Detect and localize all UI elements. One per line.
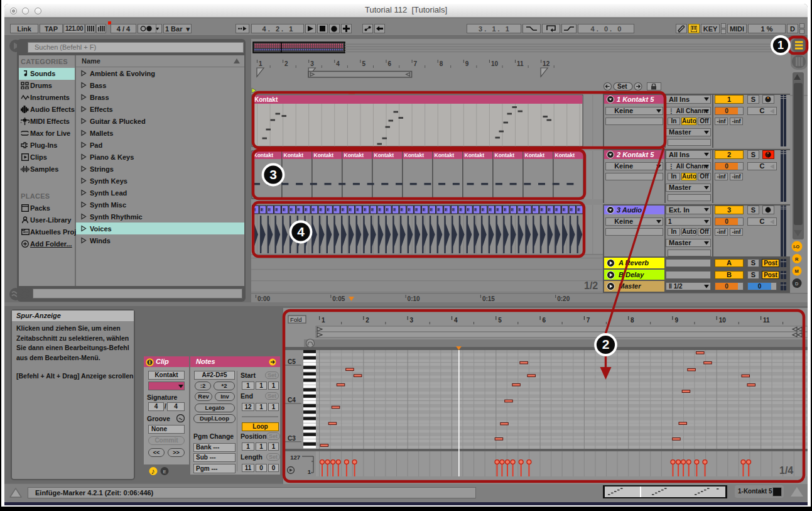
svg-text:E: E: [577, 207, 580, 212]
svg-text:I-O: I-O: [793, 245, 799, 249]
svg-text:E: E: [504, 207, 507, 212]
svg-text:E: E: [489, 207, 492, 212]
svg-text:4: 4: [336, 60, 340, 67]
svg-text:7: 7: [414, 60, 418, 67]
svg-text:E: E: [379, 207, 382, 212]
svg-text:7: 7: [587, 317, 590, 324]
svg-text:E: E: [452, 207, 455, 212]
svg-text:2: 2: [284, 60, 288, 67]
svg-text:♪: ♪: [151, 467, 154, 476]
svg-text:11: 11: [517, 60, 524, 67]
svg-text:E: E: [519, 207, 522, 212]
svg-text:E: E: [371, 207, 374, 212]
svg-text:E: E: [253, 207, 256, 212]
svg-text:E: E: [526, 207, 529, 212]
svg-text:10: 10: [491, 60, 499, 67]
svg-text:E: E: [474, 207, 477, 212]
svg-text:E: E: [496, 207, 499, 212]
svg-text:E: E: [356, 207, 359, 212]
svg-text:10: 10: [719, 317, 727, 324]
svg-text:E: E: [268, 207, 271, 212]
svg-text:E: E: [408, 207, 411, 212]
svg-text:Kontakt: Kontakt: [284, 152, 304, 158]
svg-text:4: 4: [454, 317, 458, 324]
svg-text:Kontakt: Kontakt: [555, 152, 575, 158]
svg-text:5: 5: [362, 60, 365, 67]
svg-text:0:10: 0:10: [408, 295, 420, 302]
svg-text:Kontakt: Kontakt: [314, 152, 334, 158]
svg-text:E: E: [482, 207, 485, 212]
svg-text:Kontakt: Kontakt: [525, 152, 545, 158]
svg-text:9: 9: [465, 60, 469, 67]
svg-text:5: 5: [498, 317, 502, 324]
svg-text:127: 127: [290, 454, 300, 461]
svg-text:Kontakt: Kontakt: [374, 152, 394, 158]
svg-text:E: E: [541, 207, 544, 212]
svg-text:12: 12: [543, 60, 550, 67]
svg-text:Kontakt: Kontakt: [465, 152, 485, 158]
svg-text:1/2: 1/2: [584, 280, 598, 291]
svg-text:E: E: [533, 207, 536, 212]
svg-text:0:20: 0:20: [557, 295, 570, 302]
svg-text:E: E: [275, 207, 278, 212]
svg-text:Kontakt: Kontakt: [435, 152, 455, 158]
svg-text:E: E: [460, 207, 463, 212]
svg-text:C4: C4: [288, 397, 296, 404]
svg-text:Kontakt: Kontakt: [404, 152, 425, 158]
svg-text:Set: Set: [617, 83, 627, 90]
svg-text:E: E: [290, 207, 293, 212]
svg-text:E: E: [445, 207, 448, 212]
svg-text:E: E: [570, 207, 573, 212]
svg-text:Kontakt: Kontakt: [495, 152, 515, 158]
svg-text:E: E: [261, 207, 264, 212]
svg-text:0:05: 0:05: [332, 295, 345, 302]
svg-text:E: E: [386, 207, 389, 212]
svg-text:E: E: [298, 207, 301, 212]
svg-text:1: 1: [308, 468, 311, 475]
svg-text:E: E: [555, 207, 558, 212]
svg-text:6: 6: [388, 60, 392, 67]
svg-text:Fold: Fold: [290, 316, 301, 323]
svg-text:8: 8: [440, 60, 443, 67]
svg-text:E: E: [312, 207, 315, 212]
svg-text:E: E: [401, 207, 404, 212]
svg-text:R: R: [795, 256, 799, 262]
svg-text:0:15: 0:15: [482, 295, 495, 302]
svg-text:E: E: [393, 207, 396, 212]
svg-text:E: E: [283, 207, 286, 212]
svg-text:E: E: [548, 207, 551, 212]
svg-text:0:00: 0:00: [257, 295, 270, 302]
svg-text:1: 1: [322, 317, 325, 324]
svg-text:3: 3: [310, 60, 314, 67]
svg-text:C3: C3: [288, 435, 296, 442]
svg-text:E: E: [349, 207, 352, 212]
svg-text:E: E: [320, 207, 323, 212]
svg-text:M: M: [795, 268, 799, 274]
svg-text:E: E: [364, 207, 367, 212]
svg-text:9: 9: [674, 317, 678, 324]
svg-text:E: E: [430, 207, 433, 212]
svg-text:E: E: [334, 207, 337, 212]
svg-text:E: E: [423, 207, 426, 212]
svg-text:1: 1: [259, 60, 263, 67]
svg-text:D: D: [795, 281, 799, 287]
svg-text:Kontakt: Kontakt: [254, 152, 274, 158]
svg-text:E: E: [563, 207, 566, 212]
svg-text:2: 2: [365, 317, 369, 324]
svg-text:E: E: [163, 469, 166, 475]
svg-text:11: 11: [763, 317, 770, 324]
svg-text:E: E: [305, 207, 308, 212]
svg-text:E: E: [511, 207, 514, 212]
svg-text:Kontakt: Kontakt: [344, 152, 364, 158]
svg-text:E: E: [415, 207, 418, 212]
svg-text:E: E: [438, 207, 441, 212]
svg-text:1/4: 1/4: [779, 465, 793, 476]
svg-text:E: E: [327, 207, 330, 212]
svg-text:Kontakt: Kontakt: [254, 96, 278, 103]
svg-text:E: E: [467, 207, 470, 212]
svg-text:3: 3: [410, 317, 414, 324]
svg-text:6: 6: [543, 317, 546, 324]
svg-text:8: 8: [631, 317, 634, 324]
svg-text:C5: C5: [288, 358, 296, 365]
svg-text:E: E: [342, 207, 345, 212]
